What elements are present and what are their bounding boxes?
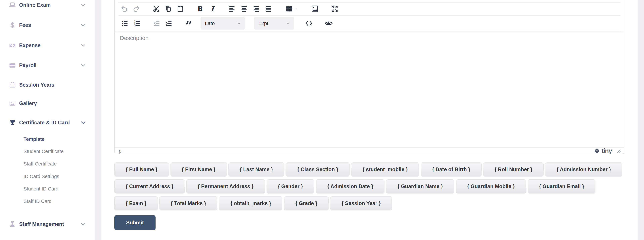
sidebar-scroll-track[interactable] [94, 0, 101, 240]
sidebar-item-session-years[interactable]: Session Years [0, 80, 94, 90]
sidebar-subitem-label: Student Certificate [24, 149, 64, 154]
main-scroll-track[interactable] [638, 0, 644, 240]
tag-last-name[interactable]: { Last Name } [228, 163, 284, 177]
sidebar-subitem-staff-certificate[interactable]: Staff Certificate [0, 160, 94, 168]
sidebar-subitem-template[interactable]: Template [0, 135, 94, 143]
preview-button[interactable] [324, 19, 334, 28]
tag-guardian-email[interactable]: { Guardian Email } [528, 179, 596, 194]
chevron-down-icon [286, 20, 291, 26]
element-path[interactable]: p [119, 148, 122, 154]
tag-full-name[interactable]: { Full Name } [114, 163, 169, 177]
tag-permanent-address[interactable]: { Permanent Address } [186, 179, 265, 194]
sidebar-item-label: Staff Management [19, 221, 64, 227]
svg-text:3: 3 [134, 24, 136, 26]
tiny-brand-link[interactable]: tiny [594, 147, 612, 154]
code-button[interactable] [304, 19, 314, 28]
indent-button[interactable] [164, 19, 174, 28]
tag-admission-date[interactable]: { Admission Date } [316, 179, 384, 194]
sidebar-item-gallery[interactable]: Gallery [0, 98, 94, 108]
tag-student-mobile[interactable]: { student_mobile } [351, 163, 419, 177]
font-family-select[interactable]: Lato [200, 17, 245, 29]
gallery-icon [9, 100, 16, 107]
paste-button[interactable] [176, 4, 185, 13]
sidebar-subitem-staff-id-card[interactable]: Staff ID Card [0, 197, 94, 205]
chevron-down-icon [80, 22, 86, 28]
sidebar-subitem-label: Student ID Card [24, 186, 58, 192]
dollar-icon: $ [9, 21, 16, 29]
staff-icon [9, 221, 16, 228]
sidebar: Online Exam $ Fees 1 Expense [0, 0, 94, 240]
tag-date-of-birth[interactable]: { Date of Birth } [421, 163, 482, 177]
cut-button[interactable] [152, 4, 161, 13]
submit-button[interactable]: Submit [114, 215, 156, 230]
tag-guardian-mobile[interactable]: { Guardian Mobile } [456, 179, 526, 194]
tag-grade[interactable]: { Grade } [284, 196, 328, 211]
tiny-logo-text: tiny [602, 147, 612, 154]
sidebar-item-staff-management[interactable]: Staff Management [0, 219, 94, 229]
laptop-icon [9, 1, 16, 9]
merge-tags: { Full Name } { First Name } { Last Name… [114, 163, 628, 211]
align-center-button[interactable] [240, 4, 249, 13]
chevron-down-icon [80, 42, 86, 49]
sidebar-item-label: Payroll [19, 62, 36, 68]
font-size-value: 12pt [254, 20, 268, 26]
sidebar-subitem-id-card-settings[interactable]: ID Card Settings [0, 172, 94, 180]
tag-admission-number[interactable]: { Admission Number } [545, 163, 622, 177]
font-family-value: Lato [200, 20, 215, 26]
align-right-button[interactable] [252, 4, 261, 13]
sidebar-subitem-label: ID Card Settings [24, 174, 59, 179]
tag-session-year[interactable]: { Session Year } [330, 196, 392, 211]
sidebar-item-expense[interactable]: 1 Expense [0, 40, 94, 50]
font-size-select[interactable]: 12pt [254, 17, 294, 29]
redo-button[interactable] [132, 4, 141, 13]
chevron-down-icon [80, 62, 86, 69]
image-button[interactable] [310, 4, 320, 13]
copy-button[interactable] [164, 4, 173, 13]
sidebar-subitem-label: Template [24, 136, 44, 142]
bullet-list-button[interactable] [120, 19, 130, 28]
tag-total-marks[interactable]: { Total Marks } [160, 196, 217, 211]
sidebar-item-online-exam[interactable]: Online Exam [0, 0, 94, 10]
sidebar-item-label: Gallery [19, 100, 37, 106]
tag-row-2: { Current Address } { Permanent Address … [114, 179, 628, 194]
tag-roll-number[interactable]: { Roll Number } [483, 163, 544, 177]
blockquote-button[interactable]: ” [184, 19, 194, 28]
tiny-logo-icon [594, 148, 600, 154]
sidebar-subitem-label: Staff Certificate [24, 161, 57, 167]
chevron-down-icon [80, 221, 86, 228]
sidebar-subitem-student-id-card[interactable]: Student ID Card [0, 185, 94, 193]
money-bill-icon: 1 [9, 42, 16, 49]
sidebar-item-payroll[interactable]: Payroll [0, 60, 94, 70]
editor-content-area[interactable]: Description [115, 31, 624, 147]
tag-first-name[interactable]: { First Name } [170, 163, 227, 177]
resize-handle[interactable] [616, 148, 621, 153]
sidebar-item-certificate-id-card[interactable]: Certificate & ID Card [0, 118, 94, 128]
tag-class-section[interactable]: { Class Section } [286, 163, 350, 177]
justify-button[interactable] [264, 4, 273, 13]
trophy-icon [9, 119, 16, 126]
editor-placeholder: Description [120, 35, 148, 41]
credit-card-icon [9, 62, 16, 69]
sidebar-item-label: Fees [19, 22, 31, 28]
italic-button[interactable]: I [208, 4, 217, 13]
undo-button[interactable] [120, 4, 129, 13]
tag-row-3: { Exam } { Total Marks } { obtain_marks … [114, 196, 628, 211]
sidebar-subitem-student-certificate[interactable]: Student Certificate [0, 147, 94, 155]
table-button[interactable] [284, 4, 300, 13]
tag-guardian-name[interactable]: { Guardian Name } [386, 179, 454, 194]
bold-button[interactable]: B [196, 4, 205, 13]
tag-obtain-marks[interactable]: { obtain_marks } [219, 196, 282, 211]
sidebar-item-label: Certificate & ID Card [19, 120, 70, 126]
sidebar-item-fees[interactable]: $ Fees [0, 20, 94, 30]
fullscreen-button[interactable] [330, 4, 339, 13]
toolbar-row-1: B I [115, 2, 624, 15]
tag-gender[interactable]: { Gender } [266, 179, 314, 194]
numbered-list-button[interactable]: 123 [132, 19, 142, 28]
editor-statusbar: p tiny [115, 147, 624, 154]
template-editor-page: Online Exam $ Fees 1 Expense [0, 0, 644, 240]
tag-current-address[interactable]: { Current Address } [114, 179, 185, 194]
align-left-button[interactable] [228, 4, 237, 13]
tag-exam[interactable]: { Exam } [114, 196, 158, 211]
sidebar-subitem-label: Staff ID Card [24, 199, 52, 204]
outdent-button[interactable] [152, 19, 162, 28]
